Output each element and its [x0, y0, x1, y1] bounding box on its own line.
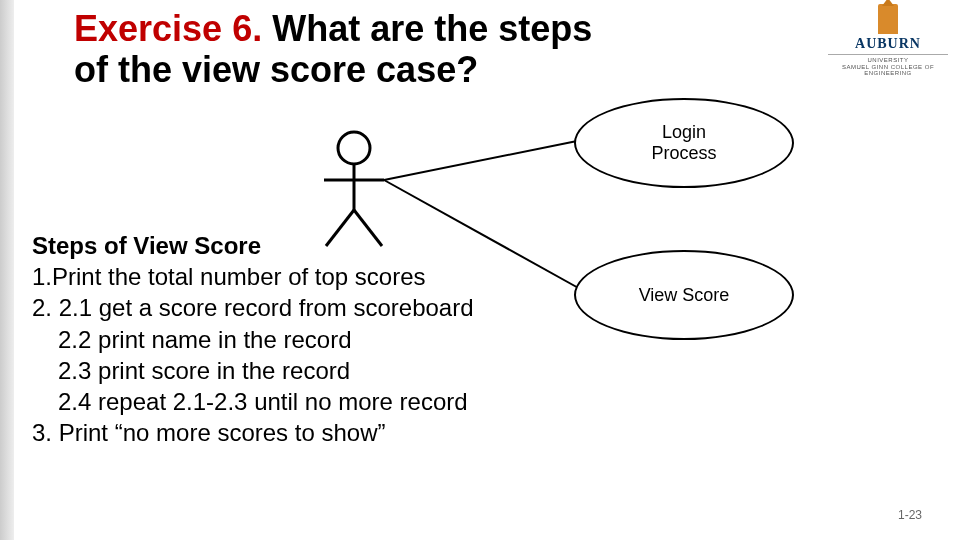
svg-point-0: [338, 132, 370, 164]
step-1: 1.Print the total number of top scores: [32, 261, 552, 292]
usecase-login-label: Login Process: [651, 122, 716, 163]
step-2-2: 2.2 print name in the record: [32, 324, 552, 355]
usecase-viewscore-label: View Score: [639, 285, 730, 306]
usecase-login: Login Process: [574, 98, 794, 188]
side-accent: [0, 0, 14, 540]
slide: Exercise 6. What are the steps of the vi…: [14, 0, 960, 540]
logo-text: AUBURN: [828, 36, 948, 52]
logo-sub1: UNIVERSITY: [828, 57, 948, 64]
step-3: 3. Print “no more scores to show”: [32, 417, 552, 448]
svg-line-5: [384, 140, 582, 180]
logo-sub2: SAMUEL GINN COLLEGE OF ENGINEERING: [828, 64, 948, 77]
steps-block: Steps of View Score 1.Print the total nu…: [32, 230, 552, 448]
step-2-4: 2.4 repeat 2.1-2.3 until no more record: [32, 386, 552, 417]
tower-icon: [878, 4, 898, 34]
step-2: 2. 2.1 get a score record from scoreboar…: [32, 292, 552, 323]
auburn-logo: AUBURN UNIVERSITY SAMUEL GINN COLLEGE OF…: [828, 4, 948, 77]
slide-number: 1-23: [898, 508, 922, 522]
step-2-3: 2.3 print score in the record: [32, 355, 552, 386]
usecase-viewscore: View Score: [574, 250, 794, 340]
steps-heading: Steps of View Score: [32, 230, 552, 261]
slide-title: Exercise 6. What are the steps of the vi…: [74, 8, 634, 91]
title-prefix: Exercise 6.: [74, 8, 262, 49]
logo-sub: UNIVERSITY SAMUEL GINN COLLEGE OF ENGINE…: [828, 54, 948, 77]
